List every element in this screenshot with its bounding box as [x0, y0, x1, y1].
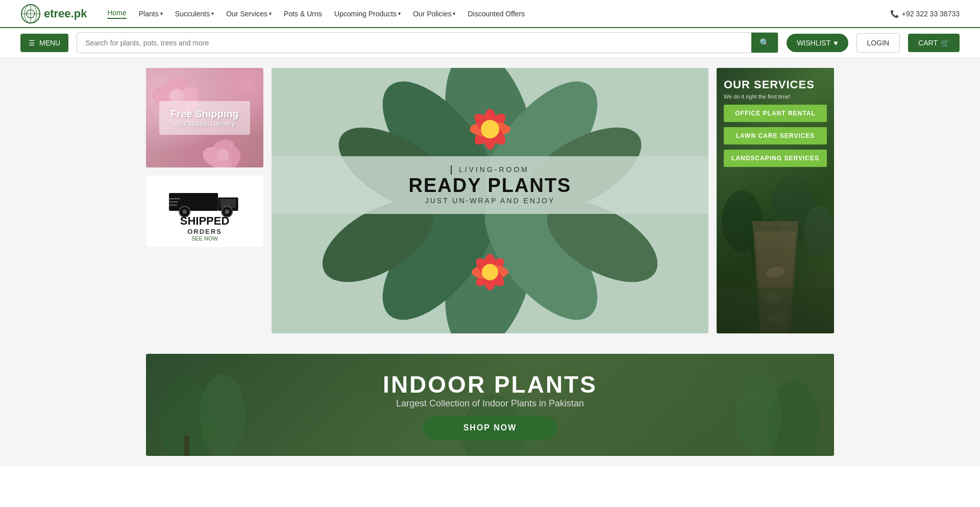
- landscaping-services-button[interactable]: LANDSCAPING SERVICES: [724, 150, 827, 167]
- see-now-link[interactable]: SEE NOW: [180, 235, 230, 242]
- svg-point-24: [225, 209, 229, 214]
- free-shipping-banner[interactable]: Free Shipping All Pakistan Delivery: [146, 68, 263, 167]
- nav-our-services[interactable]: Our Services ▾: [226, 10, 272, 18]
- svg-point-22: [182, 209, 187, 214]
- nav-home[interactable]: Home: [107, 9, 126, 19]
- nav-plants[interactable]: Plants ▾: [139, 10, 163, 18]
- logo-link[interactable]: etree.pk: [20, 4, 87, 24]
- phone-number: +92 322 33 38733: [902, 10, 960, 18]
- hamburger-icon: ☰: [29, 39, 35, 47]
- services-subtitle: We do it right the first time!: [724, 93, 827, 100]
- cursor-line: [451, 165, 452, 175]
- banner-title: READY PLANTS: [282, 175, 698, 197]
- chevron-down-icon: ▾: [453, 11, 455, 16]
- shop-now-button[interactable]: SHOP NOW: [423, 416, 558, 440]
- chevron-down-icon: ▾: [160, 11, 163, 16]
- chevron-down-icon: ▾: [398, 11, 401, 16]
- nav-links: Home Plants ▾ Succulents ▾ Our Services …: [107, 9, 890, 19]
- truck-area: SHIPPED ORDERS SEE NOW: [169, 182, 240, 242]
- logo-icon: [20, 4, 41, 24]
- svg-point-59: [736, 374, 781, 456]
- indoor-content: INDOOR PLANTS Largest Collection of Indo…: [383, 371, 597, 440]
- svg-point-56: [200, 374, 246, 456]
- cart-icon: 🛒: [941, 39, 949, 47]
- main-hero-banner: LIVING-ROOM READY PLANTS JUST UN-WRAP AN…: [272, 68, 708, 333]
- lawn-care-services-button[interactable]: LAWN CARE SERVICES: [724, 127, 827, 144]
- phone-area: 📞 +92 322 33 38733: [890, 10, 960, 18]
- indoor-plants-banner: INDOOR PLANTS Largest Collection of Indo…: [146, 354, 834, 456]
- search-wrap: 🔍: [77, 32, 778, 53]
- logo-text: etree.pk: [44, 7, 87, 20]
- free-shipping-title: Free Shipping: [170, 108, 238, 120]
- search-icon: 🔍: [760, 38, 770, 47]
- nav-our-policies[interactable]: Our Policies ▾: [413, 10, 455, 18]
- login-button[interactable]: LOGIN: [856, 33, 900, 53]
- top-navigation: etree.pk Home Plants ▾ Succulents ▾ Our …: [0, 0, 980, 28]
- search-input[interactable]: [77, 34, 751, 52]
- free-shipping-subtitle: All Pakistan Delivery: [170, 120, 238, 128]
- services-content: OUR SERVICES We do it right the first ti…: [717, 68, 834, 177]
- heart-icon: ♥: [834, 39, 838, 47]
- indoor-subtitle: Largest Collection of Indoor Plants in P…: [383, 398, 597, 409]
- banner-text-strip: LIVING-ROOM READY PLANTS JUST UN-WRAP AN…: [272, 156, 708, 214]
- svg-point-39: [481, 120, 499, 138]
- orders-label: ORDERS: [180, 228, 230, 235]
- cart-button[interactable]: CART 🛒: [908, 34, 960, 52]
- free-shipping-text-box: Free Shipping All Pakistan Delivery: [159, 101, 250, 135]
- nav-succulents[interactable]: Succulents ▾: [175, 10, 214, 18]
- action-bar: ☰ MENU 🔍 WISHLIST ♥ LOGIN CART 🛒: [0, 28, 980, 58]
- office-plant-rental-button[interactable]: OFFICE PLANT RENTAL: [724, 105, 827, 122]
- truck-icon: [169, 182, 240, 218]
- banner-subtitle: LIVING-ROOM: [282, 165, 698, 175]
- chevron-down-icon: ▾: [211, 11, 214, 16]
- phone-icon: 📞: [890, 10, 899, 18]
- banner-description: JUST UN-WRAP AND ENJOY: [282, 197, 698, 205]
- nav-discounted-offers[interactable]: Discounted Offers: [468, 10, 525, 18]
- chevron-down-icon: ▾: [269, 11, 272, 16]
- menu-button[interactable]: ☰ MENU: [20, 34, 68, 52]
- svg-point-44: [482, 264, 498, 280]
- services-title: OUR SERVICES: [724, 78, 827, 91]
- main-content: Free Shipping All Pakistan Delivery: [0, 58, 980, 344]
- shipped-title: SHIPPED: [180, 214, 230, 228]
- wishlist-button[interactable]: WISHLIST ♥: [787, 34, 848, 52]
- services-banner: OUR SERVICES We do it right the first ti…: [717, 68, 834, 333]
- shipped-orders-banner[interactable]: SHIPPED ORDERS SEE NOW: [146, 176, 263, 247]
- svg-point-14: [216, 149, 229, 161]
- nav-pots-urns[interactable]: Pots & Urns: [284, 10, 322, 18]
- search-button[interactable]: 🔍: [751, 33, 778, 53]
- left-column: Free Shipping All Pakistan Delivery: [146, 68, 263, 333]
- svg-rect-57: [184, 436, 189, 456]
- center-column: LIVING-ROOM READY PLANTS JUST UN-WRAP AN…: [272, 68, 708, 333]
- indoor-title: INDOOR PLANTS: [383, 371, 597, 398]
- right-column: OUR SERVICES We do it right the first ti…: [717, 68, 834, 333]
- bottom-section: INDOOR PLANTS Largest Collection of Indo…: [0, 344, 980, 466]
- nav-upcoming-products[interactable]: Upcoming Products ▾: [334, 10, 401, 18]
